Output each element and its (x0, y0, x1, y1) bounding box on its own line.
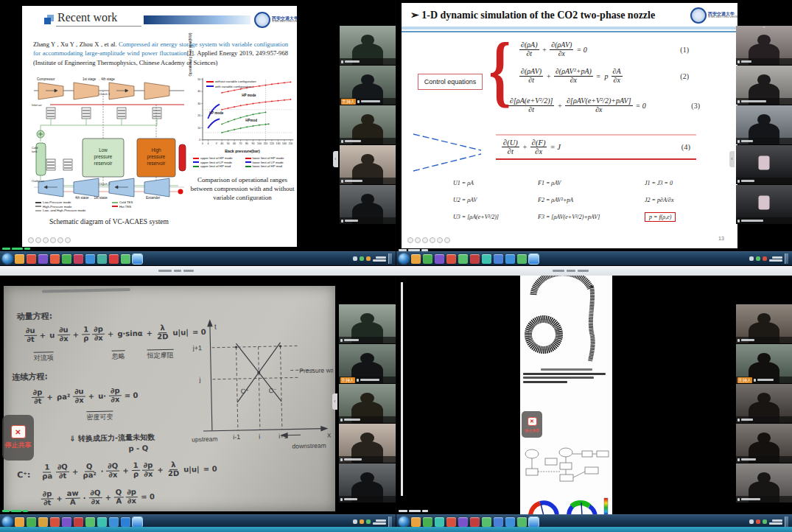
taskbar-app-icon[interactable] (38, 517, 48, 527)
taskbar-app-icon[interactable] (458, 254, 468, 264)
taskbar-app-icon[interactable] (97, 254, 107, 264)
taskbar-app-icon[interactable] (423, 254, 432, 264)
chevron-up-icon[interactable]: ⌃ (762, 26, 766, 31)
stop-sharing-button[interactable]: ✕ 停止共享 (2, 415, 34, 461)
participant-video[interactable]: 主持人 (340, 66, 396, 105)
show-desktop-button[interactable] (388, 253, 392, 264)
page-number: 13 (718, 236, 724, 241)
participant-video[interactable] (736, 145, 792, 184)
participant-video[interactable] (340, 26, 396, 65)
chart-legend-label: with variable configuration (215, 85, 252, 89)
start-button[interactable] (399, 253, 409, 264)
slide-nav-dots[interactable] (28, 237, 71, 243)
participant-video[interactable] (736, 424, 792, 463)
taskbar-app-icon[interactable] (27, 254, 36, 264)
mic-icon (737, 498, 740, 501)
participant-video[interactable] (340, 185, 396, 224)
taskbar-app-icon[interactable] (411, 254, 421, 264)
taskbar-app-icon[interactable] (423, 517, 432, 527)
participant-video[interactable] (340, 145, 396, 184)
taskbar-meeting-app-icon[interactable] (529, 517, 539, 527)
taskbar-app-icon[interactable] (85, 254, 95, 264)
stop-sharing-button[interactable]: ✕ 停止共享 (522, 411, 542, 438)
taskbar-app-icon[interactable] (435, 517, 444, 527)
taskbar-app-icon[interactable] (85, 517, 95, 527)
taskbar-app-icon[interactable] (27, 517, 36, 527)
legend-swatch (112, 206, 118, 207)
participant-video[interactable] (340, 105, 396, 144)
taskbar-meeting-app-icon[interactable] (133, 254, 142, 264)
participant-video[interactable] (339, 424, 396, 463)
participant-video[interactable] (736, 384, 792, 423)
participant-video[interactable] (339, 304, 396, 343)
taskbar-app-icon[interactable] (62, 517, 71, 527)
taskbar-meeting-app-icon[interactable] (529, 254, 539, 264)
taskbar-app-icon[interactable] (446, 254, 456, 264)
participant-video[interactable] (736, 66, 792, 105)
taskbar-app-icon[interactable] (109, 517, 119, 527)
horizontal-divider-strip (0, 266, 792, 276)
taskbar-app-icon[interactable] (97, 517, 107, 527)
start-button[interactable] (399, 517, 409, 527)
taskbar-app-icon[interactable] (482, 517, 491, 527)
taskbar-app-icon[interactable] (470, 254, 480, 264)
system-tray[interactable] (749, 517, 790, 527)
university-emblem (254, 12, 270, 28)
participant-video[interactable] (339, 463, 396, 503)
svg-text:0: 0 (202, 142, 203, 145)
mic-icon (340, 419, 343, 421)
participant-namebar: 主持人 (339, 377, 396, 383)
participant-video[interactable]: 主持人 (736, 344, 792, 383)
def-u2: U2 = ρAV (453, 197, 538, 203)
taskbar-app-icon[interactable] (435, 254, 444, 264)
flowchart-figure (520, 447, 612, 485)
participants-collapse-handle[interactable]: ‹ (332, 393, 337, 410)
participants-collapse-handle[interactable]: ‹ (729, 151, 735, 167)
taskbar-app-icon[interactable] (109, 254, 119, 264)
show-desktop-button[interactable] (785, 253, 788, 264)
taskbar-app-icon[interactable] (15, 254, 24, 264)
taskbar-app-icon[interactable] (15, 517, 24, 527)
participant-video[interactable] (736, 105, 792, 144)
participant-video[interactable] (736, 185, 792, 224)
participant-avatar (362, 354, 373, 368)
participants-collapse-handle[interactable]: ‹ (333, 151, 338, 167)
taskbar-app-icon[interactable] (74, 517, 83, 527)
taskbar-app-icon[interactable] (38, 254, 48, 264)
show-desktop-button[interactable] (388, 517, 392, 527)
taskbar-app-icon[interactable] (505, 254, 515, 264)
system-tray[interactable] (749, 253, 790, 264)
taskbar-app-icon[interactable] (50, 254, 60, 264)
svg-text:60: 60 (233, 142, 236, 145)
taskbar-app-icon[interactable] (517, 517, 527, 527)
taskbar-app-icon[interactable] (121, 517, 130, 527)
taskbar-app-icon[interactable] (458, 517, 468, 527)
taskbar-app-icon[interactable] (446, 517, 456, 527)
taskbar-app-icon[interactable] (505, 517, 515, 527)
participant-video[interactable] (339, 384, 396, 423)
taskbar-app-icon[interactable] (494, 254, 503, 264)
participant-video[interactable] (736, 463, 792, 503)
taskbar-app-icon[interactable] (470, 517, 480, 527)
taskbar-app-icon[interactable] (62, 254, 71, 264)
system-tray[interactable] (353, 517, 393, 527)
taskbar-app-icon[interactable] (121, 254, 130, 264)
svg-text:0: 0 (199, 139, 200, 141)
start-button[interactable] (2, 253, 13, 264)
taskbar-app-icon[interactable] (482, 254, 491, 264)
taskbar-app-icon[interactable] (411, 517, 421, 527)
participant-video[interactable]: 主持人 (339, 344, 396, 383)
start-button[interactable] (2, 517, 13, 527)
system-tray[interactable] (353, 253, 393, 264)
taskbar-app-icon[interactable] (50, 517, 60, 527)
participant-avatar (759, 394, 770, 408)
taskbar-app-icon[interactable] (74, 254, 83, 264)
show-desktop-button[interactable] (785, 517, 788, 527)
taskbar-meeting-app-icon[interactable] (133, 517, 142, 527)
citation-authors: Zhang Y , Xu Y , Zhou X , et al. (33, 41, 119, 48)
taskbar-app-icon[interactable] (494, 517, 503, 527)
participant-video[interactable]: ⌃ (736, 26, 792, 65)
slide-nav-dots[interactable] (407, 237, 450, 243)
participant-video[interactable] (736, 304, 792, 343)
taskbar-app-icon[interactable] (517, 254, 527, 264)
